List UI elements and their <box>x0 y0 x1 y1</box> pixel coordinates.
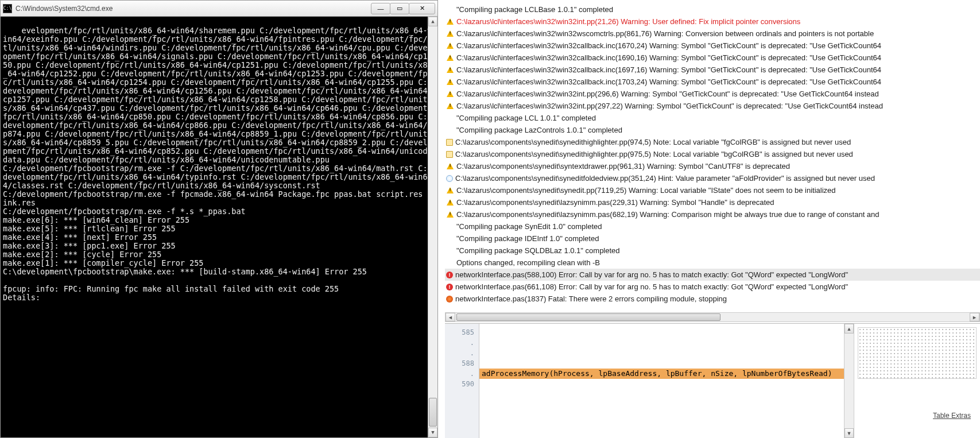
message-text: "Compiling package LCLBase 1.0.1" comple… <box>456 5 613 14</box>
scroll-up-arrow-icon[interactable]: ▲ <box>845 324 854 334</box>
blank-icon <box>446 6 454 14</box>
message-row[interactable]: "Compiling package LazControls 1.0.1" co… <box>445 124 980 136</box>
messages-list[interactable]: "Compiling package LCLBase 1.0.1" comple… <box>445 0 980 309</box>
warn-icon <box>446 162 454 170</box>
code-line[interactable] <box>479 358 844 369</box>
cmd-titlebar[interactable]: C:\ C:\Windows\System32\cmd.exe — ▭ ✕ <box>1 1 437 17</box>
message-text: C:\lazarus\lcl\interfaces\win32\win32int… <box>456 90 879 98</box>
message-row[interactable]: C:\lazarus\lcl\interfaces\win32\win32cal… <box>445 64 980 76</box>
message-row[interactable]: C:\lazarus\lcl\interfaces\win32\win32cal… <box>445 52 980 64</box>
warn-icon <box>446 18 454 26</box>
note-icon <box>446 151 453 158</box>
scroll-down-arrow-icon[interactable]: ▼ <box>428 428 437 437</box>
message-text: C:\lazarus\components\synedit\synedit.pp… <box>456 186 836 195</box>
message-row[interactable]: "Compiling package LCLBase 1.0.1" comple… <box>445 3 980 15</box>
maximize-button[interactable]: ▭ <box>390 3 409 14</box>
message-text: "Compiling package LazControls 1.0.1" co… <box>456 126 622 134</box>
message-text: C:\lazarus\lcl\interfaces\win32\win32cal… <box>456 41 881 50</box>
h-scroll-track[interactable] <box>455 313 970 321</box>
warn-icon <box>446 187 454 195</box>
cmd-vertical-scrollbar[interactable]: ▲ ▼ <box>428 17 437 437</box>
blank-icon <box>446 126 454 134</box>
code-line[interactable] <box>479 348 844 358</box>
message-row[interactable]: C:\lazarus\components\synedit\synedit.pp… <box>445 184 980 196</box>
message-row[interactable]: networkInterface.pas(661,108) Error: Cal… <box>445 281 980 293</box>
message-row[interactable]: networkInterface.pas(1837) Fatal: There … <box>445 293 980 305</box>
message-row[interactable]: "Compiling package SynEdit 1.0" complete… <box>445 220 980 232</box>
code-line[interactable] <box>479 338 844 348</box>
code-line[interactable] <box>479 389 844 400</box>
message-row[interactable]: "Compiling package IDEIntf 1.0" complete… <box>445 232 980 245</box>
message-row[interactable]: C:\lazarus\components\synedit\synedithig… <box>445 148 980 160</box>
cmd-title: C:\Windows\System32\cmd.exe <box>16 5 371 13</box>
code-area[interactable]: adProcessMemory(hProcess, lpBaseAddress,… <box>479 324 844 438</box>
message-text: C:\lazarus\lcl\interfaces\win32\win32cal… <box>456 53 881 62</box>
messages-horizontal-scrollbar[interactable]: ◄ ► <box>445 312 980 322</box>
blank-icon <box>446 259 454 267</box>
component-palette-area[interactable] <box>858 327 977 379</box>
message-row[interactable]: networkInterface.pas(588,100) Error: Cal… <box>445 269 980 281</box>
scroll-right-arrow-icon[interactable]: ► <box>970 313 979 321</box>
cmd-output[interactable]: evelopment/fpc/rtl/units/x86_64-win64/sh… <box>1 17 437 437</box>
minimize-button[interactable]: — <box>371 3 390 14</box>
warn-icon <box>446 66 454 74</box>
message-text: C:\lazarus\components\synedit\lazsynimm.… <box>456 210 880 219</box>
editor-vertical-scrollbar[interactable]: ▲ ▼ <box>844 324 854 438</box>
message-row[interactable]: C:\lazarus\components\synedit\syntextdra… <box>445 160 980 172</box>
code-line[interactable]: adProcessMemory(hProcess, lpBaseAddress,… <box>479 369 844 379</box>
scroll-up-arrow-icon[interactable]: ▲ <box>428 17 437 26</box>
message-row[interactable]: C:\lazarus\lcl\interfaces\win32\win32wsc… <box>445 28 980 40</box>
message-row[interactable]: C:\lazarus\lcl\interfaces\win32\win32int… <box>445 15 980 28</box>
message-text: C:\lazarus\lcl\interfaces\win32\win32cal… <box>456 77 881 86</box>
warn-icon <box>446 211 454 219</box>
hint-icon <box>446 175 453 182</box>
table-extras-link[interactable]: Table Extras <box>933 412 971 420</box>
code-line[interactable] <box>479 400 844 410</box>
message-row[interactable]: C:\lazarus\components\synedit\lazsynimm.… <box>445 208 980 220</box>
close-button[interactable]: ✕ <box>409 3 435 14</box>
h-scroll-thumb[interactable] <box>456 313 721 321</box>
blank-icon <box>446 235 454 243</box>
message-row[interactable]: "Compiling package SQLDBLaz 1.0.1" compl… <box>445 245 980 257</box>
ide-pane: "Compiling package LCLBase 1.0.1" comple… <box>438 0 980 438</box>
line-number: . <box>445 369 474 379</box>
message-row[interactable]: C:\lazarus\lcl\interfaces\win32\win32int… <box>445 88 980 100</box>
error-icon <box>446 284 453 290</box>
window-buttons: — ▭ ✕ <box>371 3 435 14</box>
warn-icon <box>446 78 454 86</box>
message-row[interactable]: Options changed, recompiling clean with … <box>445 257 980 269</box>
code-line[interactable] <box>479 379 844 389</box>
message-text: C:\lazarus\lcl\interfaces\win32\win32wsc… <box>456 29 874 38</box>
scroll-thumb[interactable] <box>429 398 437 427</box>
warn-icon <box>446 90 454 98</box>
message-text: C:\lazarus\lcl\interfaces\win32\win32int… <box>456 17 800 26</box>
message-row[interactable]: C:\lazarus\components\synedit\syneditfol… <box>445 172 980 184</box>
scroll-track[interactable] <box>428 26 437 428</box>
cmd-output-text: evelopment/fpc/rtl/units/x86_64-win64/sh… <box>3 26 432 302</box>
scroll-left-arrow-icon[interactable]: ◄ <box>446 313 455 321</box>
message-row[interactable]: C:\lazarus\lcl\interfaces\win32\win32cal… <box>445 76 980 88</box>
message-text: C:\lazarus\lcl\interfaces\win32\win32cal… <box>456 65 881 74</box>
message-text: C:\lazarus\components\synedit\syneditfol… <box>455 174 875 183</box>
message-row[interactable]: C:\lazarus\lcl\interfaces\win32\win32int… <box>445 100 980 112</box>
message-text: "Compiling package IDEIntf 1.0" complete… <box>456 234 599 243</box>
message-text: "Compiling package SQLDBLaz 1.0.1" compl… <box>456 246 620 255</box>
code-editor[interactable]: 585..588.590 adProcessMemory(hProcess, l… <box>445 323 980 438</box>
warn-icon <box>446 42 454 50</box>
line-number: 590 <box>445 379 474 389</box>
message-row[interactable]: C:\lazarus\lcl\interfaces\win32\win32cal… <box>445 40 980 52</box>
code-line[interactable] <box>479 327 844 338</box>
side-panel: Table Extras <box>854 324 980 438</box>
blank-icon <box>446 114 454 122</box>
message-text: networkInterface.pas(1837) Fatal: There … <box>455 294 727 303</box>
error-icon <box>446 272 453 278</box>
message-row[interactable]: "Compiling package LCL 1.0.1" completed <box>445 112 980 124</box>
message-row[interactable]: C:\lazarus\components\synedit\lazsynimm.… <box>445 196 980 208</box>
message-text: C:\lazarus\components\synedit\synedithig… <box>455 138 851 146</box>
warn-icon <box>446 102 454 110</box>
message-row[interactable]: C:\lazarus\components\synedit\synedithig… <box>445 136 980 148</box>
scroll-down-arrow-icon[interactable]: ▼ <box>845 428 854 438</box>
line-number: . <box>445 348 474 358</box>
note-icon <box>446 139 453 146</box>
scroll-track[interactable] <box>845 334 854 428</box>
